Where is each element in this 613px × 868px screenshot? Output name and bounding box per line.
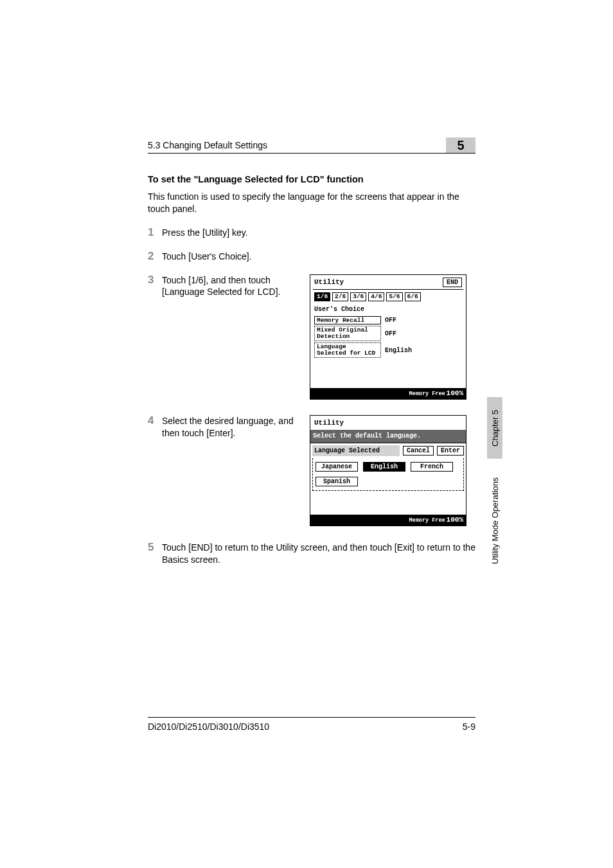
lcd-footer: Memory Free 100% [310, 388, 466, 399]
chapter-badge: 5 [446, 137, 475, 153]
cancel-button[interactable]: Cancel [403, 446, 434, 456]
option-row: Memory Recall OFF [313, 315, 463, 326]
step-number: 4 [148, 415, 162, 427]
option-row: Language Selected for LCD English [313, 342, 463, 359]
lang-japanese[interactable]: Japanese [315, 462, 358, 472]
lang-english[interactable]: English [363, 462, 405, 472]
memory-recall-button[interactable]: Memory Recall [314, 316, 381, 325]
lcd-screenshot-1: Utility END 1/6 2/6 3/6 4/6 5/6 6/6 [310, 274, 466, 400]
page-footer: Di2010/Di2510/Di3010/Di3510 5-9 [148, 717, 475, 732]
step-4: 4 Select the desired language, and then … [148, 415, 475, 526]
page-tabs: 1/6 2/6 3/6 4/6 5/6 6/6 [313, 290, 463, 304]
footer-page-number: 5-9 [463, 722, 475, 732]
tab-4-6[interactable]: 4/6 [368, 292, 384, 301]
lcd-title: Utility [314, 278, 344, 287]
language-selected-value: English [385, 346, 412, 355]
intro-text: This function is used to specify the lan… [148, 191, 475, 215]
memory-recall-value: OFF [385, 316, 396, 325]
memory-free-value: 100% [447, 389, 463, 398]
memory-free-label: Memory Free [409, 391, 445, 398]
tab-5-6[interactable]: 5/6 [386, 292, 402, 301]
lang-spanish[interactable]: Spanish [315, 477, 358, 486]
memory-free-label: Memory Free [409, 517, 445, 524]
tab-2-6[interactable]: 2/6 [332, 292, 348, 301]
footer-model: Di2010/Di2510/Di3010/Di3510 [148, 722, 269, 732]
tab-1-6[interactable]: 1/6 [314, 292, 330, 301]
step-number: 1 [148, 227, 162, 239]
step-text: Touch [END] to return to the Utility scr… [162, 542, 475, 566]
section-title: To set the "Language Selected for LCD" f… [148, 174, 475, 184]
step-3: 3 Touch [1/6], and then touch [Language … [148, 274, 475, 400]
side-tab-title: Utility Mode Operations [487, 463, 502, 578]
lcd-banner: Select the default language. [310, 430, 466, 443]
step-number: 5 [148, 542, 162, 554]
language-options: Japanese English French Spanish [312, 458, 464, 491]
page-header: 5.3 Changing Default Settings 5 [148, 137, 475, 154]
step-5: 5 Touch [END] to return to the Utility s… [148, 542, 475, 566]
enter-button[interactable]: Enter [437, 446, 464, 456]
language-selected-button[interactable]: Language Selected for LCD [314, 342, 381, 358]
users-choice-label: User's Choice [313, 304, 463, 315]
step-text: Touch [1/6], and then touch [Language Se… [162, 274, 297, 299]
step-text: Select the desired language, and then to… [162, 415, 297, 439]
side-tab-chapter: Chapter 5 [487, 397, 502, 459]
step-2: 2 Touch [User's Choice]. [148, 251, 475, 263]
mixed-original-value: OFF [385, 330, 396, 339]
tab-6-6[interactable]: 6/6 [405, 292, 421, 301]
section-path: 5.3 Changing Default Settings [148, 140, 267, 150]
option-row: Mixed Original Detection OFF [313, 325, 463, 342]
step-number: 2 [148, 251, 162, 263]
end-button[interactable]: END [443, 278, 462, 287]
tab-3-6[interactable]: 3/6 [350, 292, 366, 301]
lcd-screenshot-2: Utility Select the default language. Lan… [310, 415, 466, 526]
lcd-title: Utility [314, 418, 344, 428]
step-1: 1 Press the [Utility] key. [148, 227, 475, 239]
step-text: Press the [Utility] key. [162, 227, 475, 239]
lang-french[interactable]: French [411, 462, 453, 472]
step-number: 3 [148, 274, 162, 287]
language-selected-heading: Language Selected [312, 445, 400, 457]
lcd-footer: Memory Free 100% [310, 515, 466, 526]
mixed-original-button[interactable]: Mixed Original Detection [314, 326, 381, 341]
memory-free-value: 100% [447, 515, 463, 525]
step-text: Touch [User's Choice]. [162, 251, 475, 263]
